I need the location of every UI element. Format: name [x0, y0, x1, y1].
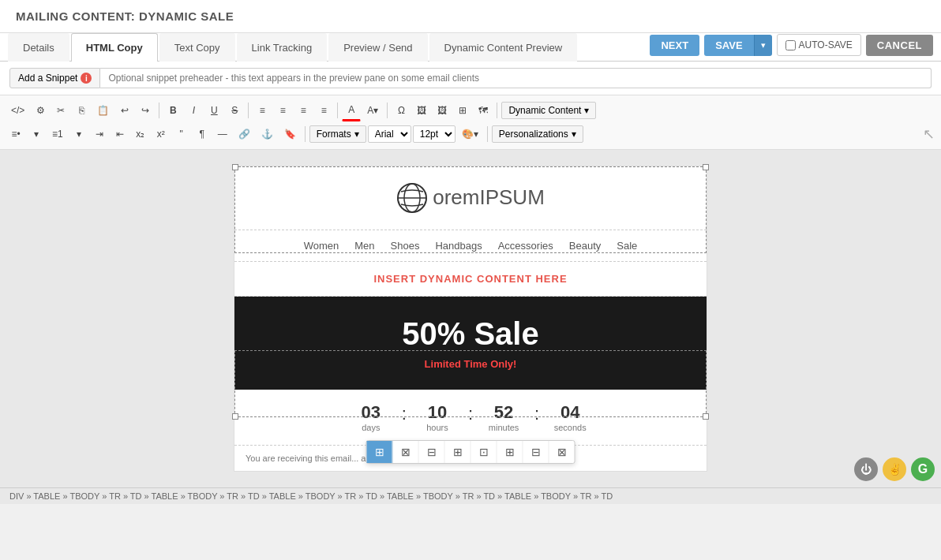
- tab-link-tracking[interactable]: Link Tracking: [237, 33, 328, 62]
- toolbar-outdent-btn[interactable]: ⇤: [111, 125, 129, 144]
- page-title: MAILING CONTENT: DYNAMIC SALE: [16, 9, 925, 23]
- save-button[interactable]: SAVE: [704, 35, 753, 56]
- toolbar-ol-dropdown[interactable]: ▾: [69, 125, 88, 144]
- nav-women: Women: [304, 240, 339, 252]
- snippet-info-icon: i: [81, 73, 92, 84]
- toolbar-anchor-btn[interactable]: ⚓: [257, 125, 278, 144]
- toolbar-sep-2: [248, 103, 249, 118]
- toolbar-strikethrough-btn[interactable]: S: [225, 101, 244, 121]
- toolbar-align-left-btn[interactable]: ≡: [253, 101, 272, 121]
- snippet-input[interactable]: [100, 68, 932, 88]
- toolbar-redo-btn[interactable]: ↪: [136, 101, 155, 121]
- formats-label: Formats: [317, 129, 351, 140]
- autosave-checkbox-label[interactable]: AUTO-SAVE: [777, 34, 861, 56]
- font-size-select[interactable]: 12pt: [413, 125, 456, 143]
- countdown-seconds-label: seconds: [542, 423, 598, 432]
- toolbar-align-center-btn[interactable]: ≡: [273, 101, 292, 121]
- editor-toolbar: </> ⚙ ✂ ⎘ 📋 ↩ ↪ B I U S ≡ ≡ ≡ ≡ A A▾ Ω 🖼…: [0, 95, 941, 150]
- tab-text-copy[interactable]: Text Copy: [159, 33, 235, 62]
- nav-sale: Sale: [617, 240, 637, 252]
- dynamic-text: INSERT DYNAMIC CONTENT HERE: [246, 273, 695, 285]
- power-icon[interactable]: ⏻: [854, 457, 878, 481]
- toolbar-link-btn[interactable]: 🔗: [234, 125, 255, 144]
- ctx-table-delete-btn[interactable]: ⊠: [393, 441, 419, 463]
- toolbar-image-btn[interactable]: 🖼: [412, 101, 431, 121]
- toolbar-cut-btn[interactable]: ✂: [51, 101, 70, 121]
- tab-preview-send[interactable]: Preview / Send: [328, 33, 427, 62]
- toolbar-undo-btn[interactable]: ↩: [115, 101, 134, 121]
- nav-accessories: Accessories: [498, 240, 553, 252]
- toolbar-bold-btn[interactable]: B: [163, 101, 182, 121]
- toolbar-settings-btn[interactable]: ⚙: [31, 101, 50, 121]
- autosave-checkbox[interactable]: [785, 40, 796, 50]
- ctx-col-insert-btn[interactable]: ⊟: [419, 441, 445, 463]
- save-group: SAVE ▾: [704, 35, 771, 56]
- add-snippet-button[interactable]: Add a Snippet i: [9, 68, 100, 88]
- editor-area: oremIPSUM Women Men Shoes Handbags Acces…: [0, 150, 941, 487]
- toolbar-underline-btn[interactable]: U: [204, 101, 223, 121]
- countdown-seconds: 04 seconds: [542, 402, 598, 432]
- toolbar-font-color-btn[interactable]: A: [342, 100, 361, 121]
- tab-dynamic-content-preview[interactable]: Dynamic Content Preview: [429, 33, 578, 62]
- toolbar-subscript-btn[interactable]: x₂: [131, 125, 150, 144]
- snippet-btn-label: Add a Snippet: [18, 73, 77, 84]
- nav-handbags: Handbags: [435, 240, 482, 252]
- toolbar-table-btn[interactable]: ⊞: [453, 101, 472, 121]
- peace-icon[interactable]: ✌: [883, 457, 906, 481]
- formats-chevron: ▾: [354, 129, 359, 140]
- toolbar-paste-btn[interactable]: 📋: [92, 101, 114, 121]
- cursor-indicator: ↖: [923, 125, 935, 143]
- next-button[interactable]: NEXT: [650, 35, 699, 56]
- autosave-label: AUTO-SAVE: [799, 39, 853, 50]
- toolbar-sep-6: [305, 126, 306, 142]
- toolbar-align-justify-btn[interactable]: ≡: [314, 101, 333, 121]
- toolbar-formats-btn[interactable]: Formats ▾: [309, 125, 366, 143]
- save-dropdown-button[interactable]: ▾: [754, 35, 772, 56]
- cancel-button[interactable]: CANCEL: [866, 35, 933, 56]
- toolbar-font-color-dropdown[interactable]: A▾: [362, 101, 383, 121]
- g-icon[interactable]: G: [911, 457, 935, 481]
- ctx-col-merge-btn[interactable]: ⊡: [471, 441, 497, 463]
- toolbar-map-btn[interactable]: 🗺: [474, 101, 493, 121]
- countdown-sep-2: :: [465, 402, 476, 424]
- ctx-row-split-btn[interactable]: ⊟: [523, 441, 549, 463]
- ctx-row-delete-btn[interactable]: ⊠: [549, 441, 575, 463]
- toolbar-dynamic-content-btn[interactable]: Dynamic Content ▾: [501, 102, 596, 119]
- ctx-table-add-btn[interactable]: ⊞: [367, 441, 393, 463]
- ctx-col-split-btn[interactable]: ⊞: [445, 441, 471, 463]
- font-select[interactable]: Arial: [368, 125, 411, 143]
- logo-text-regular: orem: [433, 185, 479, 209]
- countdown-sep-3: :: [531, 402, 542, 424]
- tab-actions: NEXT SAVE ▾ AUTO-SAVE CANCEL: [650, 34, 933, 61]
- countdown-hours: 10 hours: [410, 402, 465, 432]
- breadcrumb: DIV » TABLE » TBODY » TR » TD » TABLE » …: [9, 491, 613, 501]
- toolbar-image2-btn[interactable]: 🖼: [433, 101, 452, 121]
- countdown-hours-num: 10: [410, 402, 465, 423]
- nav-shoes: Shoes: [391, 240, 420, 252]
- ctx-row-insert-btn[interactable]: ⊞: [497, 441, 523, 463]
- toolbar-code-btn[interactable]: </>: [6, 101, 29, 121]
- logo-text-bold: IPSUM: [479, 185, 544, 209]
- toolbar-bg-color-btn[interactable]: 🎨▾: [457, 125, 483, 144]
- toolbar-copy-btn[interactable]: ⎘: [72, 101, 91, 121]
- toolbar-special-char-btn[interactable]: Ω: [392, 101, 411, 121]
- tab-html-copy[interactable]: HTML Copy: [71, 33, 158, 62]
- toolbar-ul-dropdown[interactable]: ▾: [27, 125, 46, 144]
- toolbar-ul-btn[interactable]: ≡•: [6, 125, 25, 144]
- toolbar-ol-btn[interactable]: ≡1: [47, 125, 68, 144]
- toolbar-paragraph-btn[interactable]: ¶: [193, 125, 212, 144]
- toolbar-bookmark-btn[interactable]: 🔖: [279, 125, 301, 144]
- countdown-days-num: 03: [343, 402, 399, 423]
- toolbar-indent-btn[interactable]: ⇥: [90, 125, 109, 144]
- toolbar-italic-btn[interactable]: I: [184, 101, 203, 121]
- toolbar-personalizations-btn[interactable]: Personalizations ▾: [492, 125, 583, 143]
- toolbar-blockquote-btn[interactable]: ": [172, 125, 191, 144]
- countdown-sep-1: :: [399, 402, 410, 424]
- toolbar-sep-5: [497, 103, 497, 118]
- toolbar-superscript-btn[interactable]: x²: [152, 125, 171, 144]
- toolbar-align-right-btn[interactable]: ≡: [294, 101, 313, 121]
- tab-details[interactable]: Details: [8, 33, 69, 62]
- email-header: oremIPSUM: [234, 166, 707, 230]
- toolbar-hr-btn[interactable]: —: [213, 125, 232, 144]
- countdown-days-label: days: [343, 423, 399, 432]
